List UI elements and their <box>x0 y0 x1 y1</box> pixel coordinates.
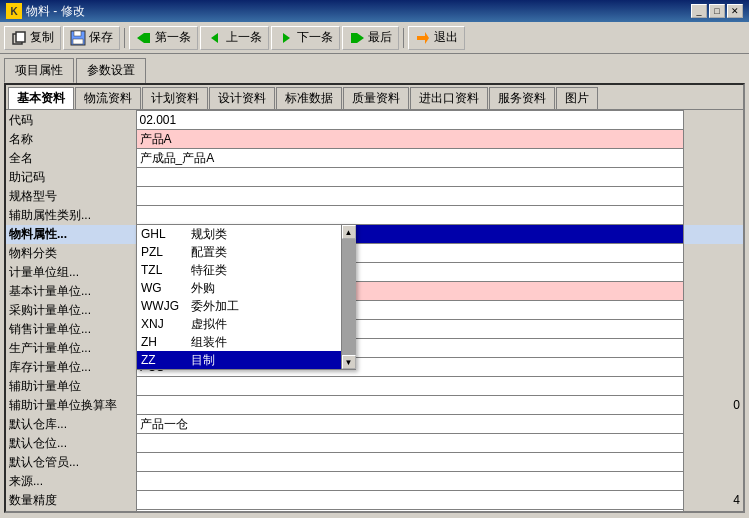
copy-icon <box>11 30 27 46</box>
table-row: 物料分类 <box>6 244 743 263</box>
close-button[interactable]: ✕ <box>727 4 743 18</box>
field-label-default-location: 默认仓位... <box>6 434 136 453</box>
field-value-aux-attr-type[interactable] <box>136 206 683 225</box>
field-label-unit-group: 计量单位组... <box>6 263 136 282</box>
table-row: 生产计量单位... PCS <box>6 339 743 358</box>
table-row: 代码 02.001 <box>6 111 743 130</box>
dropdown-overlay: GHL 规划类 PZL 配置类 TZL 特征类 WG 外购 WWJG 委外加 <box>136 224 356 370</box>
tab-basic[interactable]: 基本资料 <box>8 87 74 109</box>
content-area: 基本资料 物流资料 计划资料 设计资料 标准数据 质量资料 进出口资料 服务资料… <box>4 83 745 513</box>
svg-marker-5 <box>137 33 144 43</box>
field-value-qty-precision[interactable] <box>136 491 683 510</box>
field-label-base-unit: 基本计量单位... <box>6 282 136 301</box>
tab-service[interactable]: 服务资料 <box>489 87 555 109</box>
svg-rect-3 <box>74 31 81 36</box>
dropdown-item-wwjg[interactable]: WWJG 委外加工 <box>137 297 341 315</box>
svg-marker-7 <box>211 33 218 43</box>
field-value-aux-unit-rate[interactable] <box>136 396 683 415</box>
scroll-track[interactable] <box>342 239 356 355</box>
svg-rect-6 <box>144 33 150 43</box>
svg-rect-10 <box>351 33 357 43</box>
outer-tab-bar: 项目属性 参数设置 <box>0 54 749 83</box>
last-button[interactable]: 最后 <box>342 26 399 50</box>
field-label-spec: 规格型号 <box>6 187 136 206</box>
app-icon: K <box>6 3 22 19</box>
form-table: 代码 02.001 名称 产品A 全名 产成品_产品A 助记码 <box>6 110 743 511</box>
save-button[interactable]: 保存 <box>63 26 120 50</box>
table-row: 销售计量单位... PCS <box>6 320 743 339</box>
field-label-material-class: 物料分类 <box>6 244 136 263</box>
field-label-default-manager: 默认仓管员... <box>6 453 136 472</box>
svg-marker-12 <box>425 32 429 44</box>
svg-marker-8 <box>283 33 290 43</box>
exit-button[interactable]: 退出 <box>408 26 465 50</box>
field-value-aux-unit[interactable] <box>136 377 683 396</box>
save-icon <box>70 30 86 46</box>
first-button[interactable]: 第一条 <box>129 26 198 50</box>
field-label-inventory-unit: 库存计量单位... <box>6 358 136 377</box>
field-label-source: 来源... <box>6 472 136 491</box>
tab-plan[interactable]: 计划资料 <box>142 87 208 109</box>
table-row: 名称 产品A <box>6 130 743 149</box>
tab-logistics[interactable]: 物流资料 <box>75 87 141 109</box>
title-controls[interactable]: _ □ ✕ <box>691 4 743 18</box>
title-bar-left: K 物料 - 修改 <box>6 3 85 20</box>
table-row: 默认仓库... 产品一仓 <box>6 415 743 434</box>
table-row: 采购计量单位... PCS <box>6 301 743 320</box>
tab-design[interactable]: 设计资料 <box>209 87 275 109</box>
tab-import-export[interactable]: 进出口资料 <box>410 87 488 109</box>
field-label-aux-unit-rate: 辅助计量单位换算率 <box>6 396 136 415</box>
svg-rect-4 <box>73 39 83 44</box>
toolbar-separator-2 <box>403 28 404 48</box>
dropdown-item-xnj[interactable]: XNJ 虚拟件 <box>137 315 341 333</box>
svg-marker-9 <box>357 33 364 43</box>
prev-button[interactable]: 上一条 <box>200 26 269 50</box>
maximize-button[interactable]: □ <box>709 4 725 18</box>
tab-quality[interactable]: 质量资料 <box>343 87 409 109</box>
field-label-fullname: 全名 <box>6 149 136 168</box>
field-value-mnemonic[interactable] <box>136 168 683 187</box>
window-title: 物料 - 修改 <box>26 3 85 20</box>
table-row: 计量单位组... 基本 <box>6 263 743 282</box>
table-row: 默认仓管员... <box>6 453 743 472</box>
field-value-code[interactable]: 02.001 <box>136 111 683 130</box>
table-row: 基本计量单位... PCS <box>6 282 743 301</box>
table-row: 助记码 <box>6 168 743 187</box>
field-value-source[interactable] <box>136 472 683 491</box>
tab-params[interactable]: 参数设置 <box>76 58 146 83</box>
field-value-fullname[interactable]: 产成品_产品A <box>136 149 683 168</box>
tab-picture[interactable]: 图片 <box>556 87 598 109</box>
svg-rect-1 <box>16 32 25 42</box>
table-row: 物料属性... 目制 <box>6 225 743 244</box>
table-row: 辅助计量单位 <box>6 377 743 396</box>
field-value-default-manager[interactable] <box>136 453 683 472</box>
field-label-sales-unit: 销售计量单位... <box>6 320 136 339</box>
copy-button[interactable]: 复制 <box>4 26 61 50</box>
dropdown-item-pzl[interactable]: PZL 配置类 <box>137 243 341 261</box>
table-row: 默认仓位... <box>6 434 743 453</box>
next-button[interactable]: 下一条 <box>271 26 340 50</box>
tab-properties[interactable]: 项目属性 <box>4 58 74 83</box>
exit-icon <box>415 30 431 46</box>
dropdown-item-tzl[interactable]: TZL 特征类 <box>137 261 341 279</box>
prev-icon <box>207 30 223 46</box>
field-label-purchase-unit: 采购计量单位... <box>6 301 136 320</box>
field-value-default-warehouse[interactable]: 产品一仓 <box>136 415 683 434</box>
field-value-spec[interactable] <box>136 187 683 206</box>
dropdown-item-zh[interactable]: ZH 组装件 <box>137 333 341 351</box>
scroll-up-button[interactable]: ▲ <box>342 225 356 239</box>
field-label-aux-attr-type: 辅助属性类别... <box>6 206 136 225</box>
minimize-button[interactable]: _ <box>691 4 707 18</box>
field-label-qty-precision: 数量精度 <box>6 491 136 510</box>
field-value-default-location[interactable] <box>136 434 683 453</box>
inner-tab-bar: 基本资料 物流资料 计划资料 设计资料 标准数据 质量资料 进出口资料 服务资料… <box>6 85 743 109</box>
dropdown-item-zz[interactable]: ZZ 目制 <box>137 351 341 369</box>
tab-standard[interactable]: 标准数据 <box>276 87 342 109</box>
field-value-name[interactable]: 产品A <box>136 130 683 149</box>
field-right-qty-precision: 4 <box>683 491 743 510</box>
scroll-down-button[interactable]: ▼ <box>342 355 356 369</box>
dropdown-item-wg[interactable]: WG 外购 <box>137 279 341 297</box>
field-value-min-stock[interactable] <box>136 510 683 512</box>
dropdown-item-ghl[interactable]: GHL 规划类 <box>137 225 341 243</box>
field-label-name: 名称 <box>6 130 136 149</box>
